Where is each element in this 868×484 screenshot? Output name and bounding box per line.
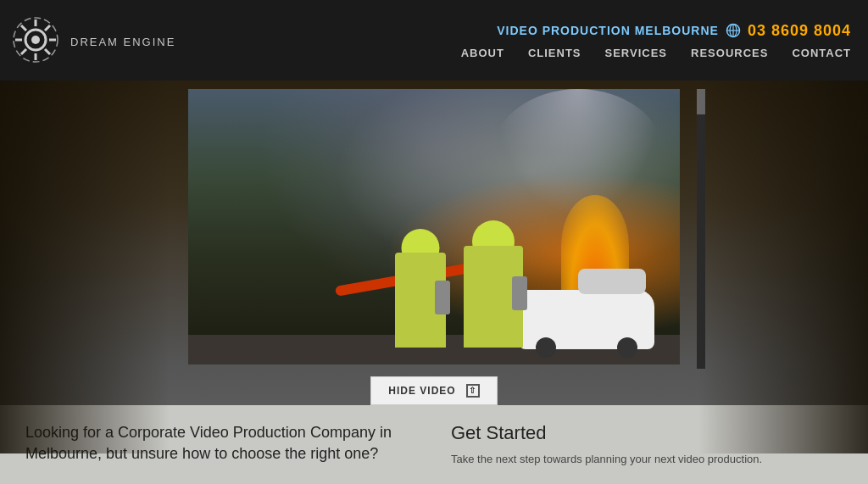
- right-heading: Get Started: [451, 422, 843, 444]
- svg-point-1: [31, 36, 40, 44]
- ff-tank-left: [435, 281, 450, 314]
- right-content-area: Get Started Take the next step towards p…: [451, 422, 843, 468]
- ff-body-right: [464, 246, 523, 348]
- logo-area: DREAM ENGINE: [8, 13, 175, 68]
- car-wheel-left: [536, 337, 556, 358]
- hide-video-label: HIDE VIDEO: [388, 385, 455, 397]
- left-heading: Looking for a Corporate Video Production…: [25, 422, 417, 465]
- phone-number[interactable]: 03 8609 8004: [748, 22, 851, 40]
- video-scene: [188, 89, 680, 364]
- left-content-area: Looking for a Corporate Video Production…: [25, 422, 417, 465]
- svg-line-7: [45, 49, 50, 54]
- header-right: VIDEO PRODUCTION MELBOURNE 03 8609 8004 …: [461, 22, 851, 59]
- svg-line-8: [45, 25, 50, 31]
- svg-line-9: [21, 49, 26, 54]
- logo-gear-icon: [8, 13, 64, 68]
- main-nav: ABOUT CLIENTS SERVICES RESOURCES CONTACT: [461, 47, 851, 59]
- smoke-effect: [493, 89, 663, 216]
- video-scrollbar[interactable]: [697, 89, 705, 369]
- svg-line-6: [21, 25, 26, 31]
- ff-body-left: [395, 253, 446, 348]
- nav-about[interactable]: ABOUT: [461, 47, 504, 59]
- globe-icon: [726, 23, 741, 38]
- right-body-text: Take the next step towards planning your…: [451, 451, 843, 468]
- site-header: DREAM ENGINE VIDEO PRODUCTION MELBOURNE …: [0, 0, 868, 81]
- car-wheel-right: [617, 337, 637, 358]
- scrollbar-thumb[interactable]: [697, 89, 705, 114]
- ff-tank-right: [512, 276, 527, 310]
- nav-contact[interactable]: CONTACT: [792, 47, 851, 59]
- firefighter-left: [395, 229, 446, 348]
- nav-clients[interactable]: CLIENTS: [528, 47, 581, 59]
- tagline-phone-area: VIDEO PRODUCTION MELBOURNE 03 8609 8004: [497, 22, 851, 40]
- firefighter-right: [464, 220, 523, 348]
- bottom-content: Looking for a Corporate Video Production…: [0, 405, 868, 485]
- main-area: HIDE VIDEO ⇧ Looking for a Corporate Vid…: [0, 81, 868, 484]
- logo-text: DREAM ENGINE: [70, 36, 175, 48]
- burning-car: [519, 290, 654, 349]
- video-player[interactable]: [188, 89, 680, 364]
- chevron-up-icon: ⇧: [466, 384, 480, 398]
- nav-resources[interactable]: RESOURCES: [691, 47, 768, 59]
- nav-services[interactable]: SERVICES: [605, 47, 668, 59]
- hide-video-button[interactable]: HIDE VIDEO ⇧: [370, 376, 497, 405]
- site-tagline: VIDEO PRODUCTION MELBOURNE: [497, 24, 719, 37]
